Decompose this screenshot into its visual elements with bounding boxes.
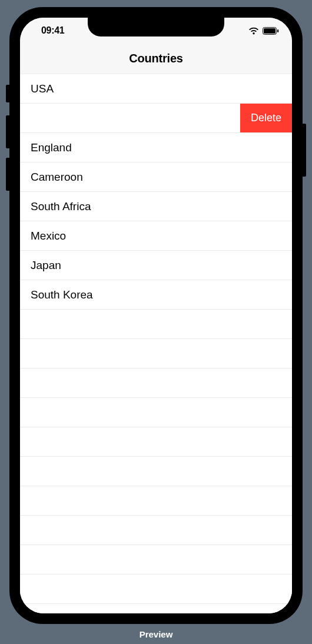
list-item: [20, 545, 292, 575]
phone-frame: 09:41 Countries USACan: [9, 7, 303, 624]
phone-screen: 09:41 Countries USACan: [20, 18, 292, 613]
list-item: [20, 369, 292, 398]
page-title: Countries: [129, 52, 183, 65]
list-item[interactable]: South Korea: [20, 280, 292, 310]
list-item[interactable]: CanadaDelete: [20, 104, 292, 133]
list-item[interactable]: Cameroon: [20, 162, 292, 192]
list-item: [20, 575, 292, 604]
status-icons: [248, 27, 279, 35]
list-item: [20, 339, 292, 369]
list-item[interactable]: South Africa: [20, 192, 292, 221]
battery-icon: [263, 27, 279, 35]
list-item-label: Japan: [31, 259, 61, 272]
list-item-label: USA: [31, 82, 54, 95]
preview-label: Preview: [0, 629, 312, 639]
countries-list[interactable]: USACanadaDeleteEnglandCameroonSouth Afri…: [20, 74, 292, 613]
delete-button[interactable]: Delete: [240, 104, 292, 132]
list-item-label: South Korea: [31, 288, 93, 301]
list-item: [20, 604, 292, 613]
list-item: [20, 310, 292, 339]
list-item-label: Mexico: [31, 230, 66, 243]
list-item: [20, 457, 292, 486]
svg-rect-2: [277, 29, 278, 32]
status-time: 09:41: [41, 25, 64, 36]
list-item: [20, 427, 292, 457]
list-item-label: England: [31, 141, 72, 154]
wifi-icon: [248, 27, 259, 35]
list-item[interactable]: Mexico: [20, 221, 292, 251]
svg-rect-1: [264, 28, 276, 34]
list-item: [20, 486, 292, 516]
nav-bar: Countries: [20, 44, 292, 74]
list-item[interactable]: Japan: [20, 251, 292, 280]
list-item: [20, 516, 292, 545]
list-item-label: South Africa: [31, 200, 91, 213]
list-item: [20, 398, 292, 427]
list-item[interactable]: England: [20, 133, 292, 162]
list-item[interactable]: USA: [20, 74, 292, 104]
list-item-label: Cameroon: [31, 171, 83, 184]
notch: [88, 18, 224, 36]
